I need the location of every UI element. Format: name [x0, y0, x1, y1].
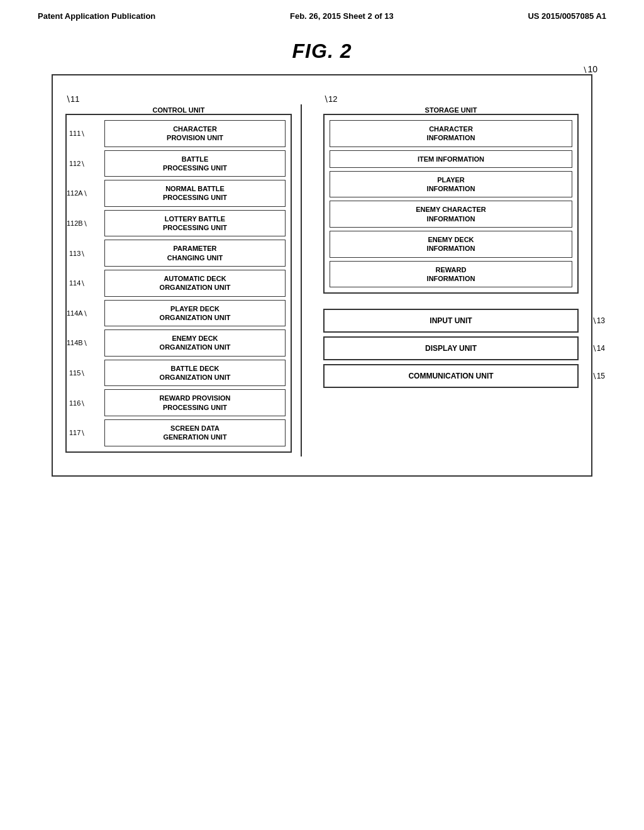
- page-header: Patent Application Publication Feb. 26, …: [0, 0, 644, 27]
- label-114b: 114B∖: [67, 339, 87, 347]
- storage-enemy-char-info: ENEMY CHARACTERINFORMATION: [330, 201, 572, 228]
- storage-unit-ref: 12: [328, 94, 337, 104]
- comm-ref: ∖15: [592, 372, 605, 380]
- label-115: 115∖: [69, 369, 85, 377]
- unit-enemy-deck-org: ENEMY DECKORGANIZATION UNIT: [104, 329, 286, 357]
- comm-unit-wrapper: COMMUNICATION UNIT ∖15: [323, 364, 579, 388]
- unit-battle-deck: BATTLE DECKORGANIZATION UNIT: [104, 360, 286, 387]
- control-unit-label: CONTROL UNIT: [149, 106, 209, 114]
- unit-reward-provision: REWARD PROVISIONPROCESSING UNIT: [104, 389, 286, 416]
- unit-character-provision: CHARACTERPROVISION UNIT: [104, 120, 286, 147]
- label-112b: 112B∖: [67, 219, 87, 228]
- input-unit-box: INPUT UNIT: [323, 309, 579, 333]
- fig-title: FIG. 2: [0, 40, 644, 63]
- display-unit-box: DISPLAY UNIT: [323, 336, 579, 360]
- storage-enemy-deck-info: ENEMY DECKINFORMATION: [330, 231, 572, 258]
- header-right: US 2015/0057085 A1: [528, 11, 606, 21]
- comm-unit-box: COMMUNICATION UNIT: [323, 364, 579, 388]
- unit-screen-data: SCREEN DATAGENERATION UNIT: [104, 419, 286, 446]
- unit-player-deck: PLAYER DECKORGANIZATION UNIT: [104, 300, 286, 327]
- diagram-container: ∖10 ∖11 CONTROL UNIT 111∖ CHARACTERPROVI…: [52, 74, 592, 477]
- control-unit-ref: 11: [70, 94, 79, 104]
- unit-lottery-battle: LOTTERY BATTLEPROCESSING UNIT: [104, 210, 286, 237]
- storage-player-info: PLAYERINFORMATION: [330, 171, 572, 198]
- label-111: 111∖: [69, 130, 85, 138]
- display-ref: ∖14: [592, 344, 605, 353]
- label-112: 112∖: [69, 159, 85, 167]
- display-unit-wrapper: DISPLAY UNIT ∖14: [323, 336, 579, 360]
- label-113: 113∖: [69, 249, 85, 257]
- unit-battle-processing: BATTLEPROCESSING UNIT: [104, 150, 286, 177]
- storage-reward-info: REWARDINFORMATION: [330, 261, 572, 288]
- storage-character-info: CHARACTERINFORMATION: [330, 120, 572, 147]
- control-unit-box: CONTROL UNIT 111∖ CHARACTERPROVISION UNI…: [65, 114, 292, 453]
- storage-unit-box: STORAGE UNIT CHARACTERINFORMATION ITEM I…: [323, 114, 579, 294]
- label-116: 116∖: [69, 399, 85, 407]
- corner-ref-10: ∖10: [582, 64, 597, 74]
- header-middle: Feb. 26, 2015 Sheet 2 of 13: [290, 11, 394, 21]
- header-left: Patent Application Publication: [38, 11, 155, 21]
- label-112a: 112A∖: [67, 189, 87, 197]
- storage-item-info: ITEM INFORMATION: [330, 150, 572, 168]
- label-117: 117∖: [69, 429, 85, 437]
- right-column: ∖12 STORAGE UNIT CHARACTERINFORMATION IT…: [323, 94, 579, 388]
- control-unit-column: ∖11 CONTROL UNIT 111∖ CHARACTERPROVISION…: [65, 94, 292, 453]
- storage-unit-label: STORAGE UNIT: [421, 106, 481, 114]
- label-114: 114∖: [69, 279, 85, 287]
- input-unit-wrapper: INPUT UNIT ∖13: [323, 309, 579, 333]
- input-ref: ∖13: [592, 316, 605, 325]
- unit-parameter-changing: PARAMETERCHANGING UNIT: [104, 240, 286, 267]
- unit-normal-battle: NORMAL BATTLEPROCESSING UNIT: [104, 180, 286, 207]
- label-114a: 114A∖: [67, 309, 87, 317]
- unit-auto-deck: AUTOMATIC DECKORGANIZATION UNIT: [104, 270, 286, 297]
